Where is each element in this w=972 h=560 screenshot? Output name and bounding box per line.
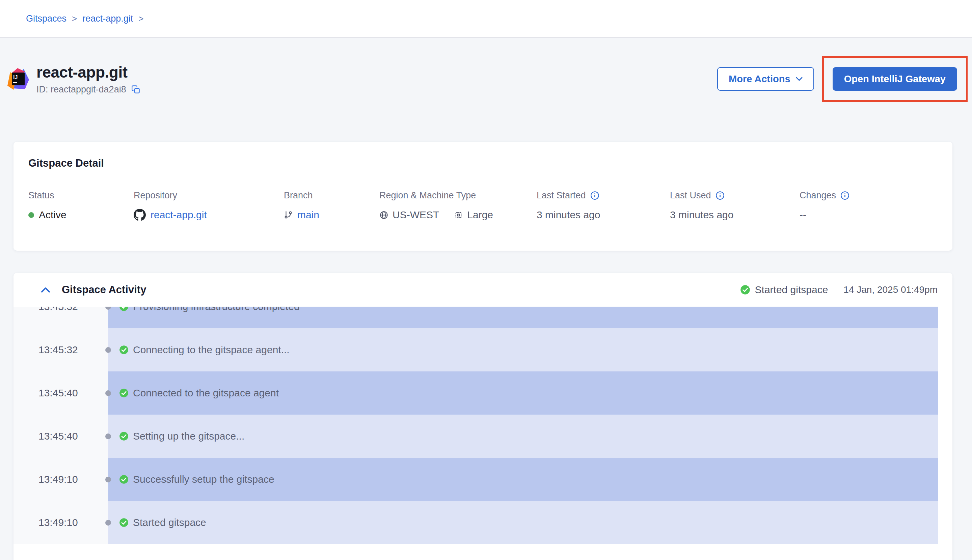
field-status: Status Active bbox=[28, 190, 134, 222]
check-circle-icon bbox=[119, 432, 129, 441]
gitspace-id-label: ID: reactappgit-da2ai8 bbox=[37, 84, 126, 95]
activity-header: Gitspace Activity Started gitspace 14 Ja… bbox=[13, 273, 952, 307]
activity-row-time: 13:45:32 bbox=[13, 328, 109, 372]
annotation-highlight-box: Open IntelliJ Gateway bbox=[822, 56, 968, 102]
check-circle-icon bbox=[119, 475, 129, 484]
field-region-machine: Region & Machine Type US-WEST Large bbox=[379, 190, 537, 222]
intellij-logo-icon: IJ bbox=[7, 68, 29, 90]
header-actions: More Actions Open IntelliJ Gateway bbox=[717, 56, 968, 102]
field-label: Last Used bbox=[670, 190, 711, 201]
status-active-dot-icon bbox=[28, 212, 34, 218]
breadcrumb-link-gitspaces[interactable]: Gitspaces bbox=[26, 13, 67, 24]
field-label: Branch bbox=[284, 190, 379, 201]
activity-row-message: Setting up the gitspace... bbox=[133, 430, 244, 442]
activity-row: 13:45:32Connecting to the gitspace agent… bbox=[13, 328, 938, 372]
field-label: Last Started bbox=[537, 190, 586, 201]
gitspace-detail-card: Gitspace Detail Status Active Repository… bbox=[13, 142, 952, 251]
changes-value: -- bbox=[800, 209, 806, 221]
svg-text:IJ: IJ bbox=[13, 75, 18, 80]
activity-row: 13:45:40Connected to the gitspace agent bbox=[13, 372, 938, 415]
title-block: react-app.git ID: reactappgit-da2ai8 bbox=[37, 63, 140, 95]
chevron-up-icon bbox=[41, 287, 50, 293]
more-actions-button[interactable]: More Actions bbox=[717, 67, 814, 91]
field-label: Region & Machine Type bbox=[379, 190, 537, 201]
detail-fields: Status Active Repository react-app.git B… bbox=[28, 190, 938, 222]
check-circle-icon bbox=[119, 307, 129, 312]
machine-type-value: Large bbox=[467, 209, 493, 221]
field-label: Changes bbox=[800, 190, 836, 201]
activity-datetime: 14 Jan, 2025 01:49pm bbox=[843, 284, 938, 295]
activity-log-viewport[interactable]: 13:45:32Provisioning infrastructure comp… bbox=[13, 307, 938, 544]
repository-link[interactable]: react-app.git bbox=[150, 209, 207, 221]
breadcrumb-separator-icon: > bbox=[72, 13, 77, 24]
branch-link[interactable]: main bbox=[297, 209, 319, 221]
activity-row-time: 13:45:40 bbox=[13, 415, 109, 458]
copy-icon[interactable] bbox=[131, 85, 140, 94]
activity-row-time: 13:45:40 bbox=[13, 372, 109, 415]
field-last-started: Last Started 3 minutes ago bbox=[537, 190, 670, 222]
check-circle-icon bbox=[119, 518, 129, 527]
activity-row-message: Connecting to the gitspace agent... bbox=[133, 344, 290, 355]
check-circle-icon bbox=[119, 388, 129, 398]
last-started-value: 3 minutes ago bbox=[537, 209, 600, 221]
collapse-activity-button[interactable] bbox=[41, 287, 50, 293]
activity-row: 13:49:10Successfully setup the gitspace bbox=[13, 458, 938, 501]
activity-row-message: Provisioning infrastructure completed bbox=[133, 307, 300, 312]
field-label: Status bbox=[28, 190, 134, 201]
activity-status-label: Started gitspace bbox=[755, 284, 828, 295]
activity-row-time: 13:45:32 bbox=[13, 307, 109, 328]
git-branch-icon bbox=[284, 210, 292, 219]
open-intellij-gateway-button[interactable]: Open IntelliJ Gateway bbox=[833, 67, 957, 91]
activity-row-band: Connected to the gitspace agent bbox=[109, 372, 938, 415]
field-repository: Repository react-app.git bbox=[134, 190, 284, 222]
region-value: US-WEST bbox=[392, 209, 439, 221]
activity-card-title: Gitspace Activity bbox=[62, 284, 146, 296]
field-label: Repository bbox=[134, 190, 284, 201]
activity-row-band: Setting up the gitspace... bbox=[109, 415, 938, 458]
breadcrumb-link-gitspace[interactable]: react-app.git bbox=[82, 13, 133, 24]
info-icon[interactable] bbox=[840, 191, 850, 200]
timeline-dot-icon bbox=[105, 477, 111, 482]
breadcrumb: Gitspaces > react-app.git > bbox=[0, 0, 972, 38]
more-actions-label: More Actions bbox=[729, 73, 790, 85]
activity-row-band: Connecting to the gitspace agent... bbox=[109, 328, 938, 372]
activity-row-band: Provisioning infrastructure completed bbox=[109, 307, 938, 328]
info-icon[interactable] bbox=[715, 191, 725, 200]
activity-row: 13:45:32Provisioning infrastructure comp… bbox=[13, 307, 938, 328]
page-header: IJ react-app.git ID: reactappgit-da2ai8 … bbox=[0, 38, 972, 102]
gitspace-activity-card: Gitspace Activity Started gitspace 14 Ja… bbox=[13, 273, 952, 560]
field-changes: Changes -- bbox=[800, 190, 850, 222]
timeline-dot-icon bbox=[105, 433, 111, 439]
page-title: react-app.git bbox=[37, 63, 140, 81]
status-value: Active bbox=[39, 209, 67, 221]
field-branch: Branch main bbox=[284, 190, 379, 222]
header-title-group: IJ react-app.git ID: reactappgit-da2ai8 bbox=[7, 63, 140, 95]
activity-row: 13:49:10Started gitspace bbox=[13, 501, 938, 544]
timeline-dot-icon bbox=[105, 390, 111, 396]
field-last-used: Last Used 3 minutes ago bbox=[670, 190, 800, 222]
timeline-dot-icon bbox=[105, 520, 111, 526]
activity-row-time: 13:49:10 bbox=[13, 458, 109, 501]
activity-row-message: Connected to the gitspace agent bbox=[133, 387, 279, 399]
activity-row-message: Started gitspace bbox=[133, 517, 206, 528]
chevron-down-icon bbox=[796, 77, 803, 81]
breadcrumb-separator-icon: > bbox=[139, 13, 144, 24]
activity-row-band: Started gitspace bbox=[109, 501, 938, 544]
timeline-dot-icon bbox=[105, 347, 111, 353]
check-circle-icon bbox=[119, 345, 129, 355]
activity-row: 13:45:40Setting up the gitspace... bbox=[13, 415, 938, 458]
detail-card-title: Gitspace Detail bbox=[28, 157, 938, 169]
globe-icon bbox=[379, 210, 389, 220]
github-icon bbox=[134, 209, 146, 221]
cpu-icon bbox=[454, 210, 463, 220]
check-circle-icon bbox=[740, 285, 750, 295]
activity-row-band: Successfully setup the gitspace bbox=[109, 458, 938, 501]
activity-row-time: 13:49:10 bbox=[13, 501, 109, 544]
activity-row-message: Successfully setup the gitspace bbox=[133, 473, 274, 485]
last-used-value: 3 minutes ago bbox=[670, 209, 733, 221]
info-icon[interactable] bbox=[590, 191, 600, 200]
